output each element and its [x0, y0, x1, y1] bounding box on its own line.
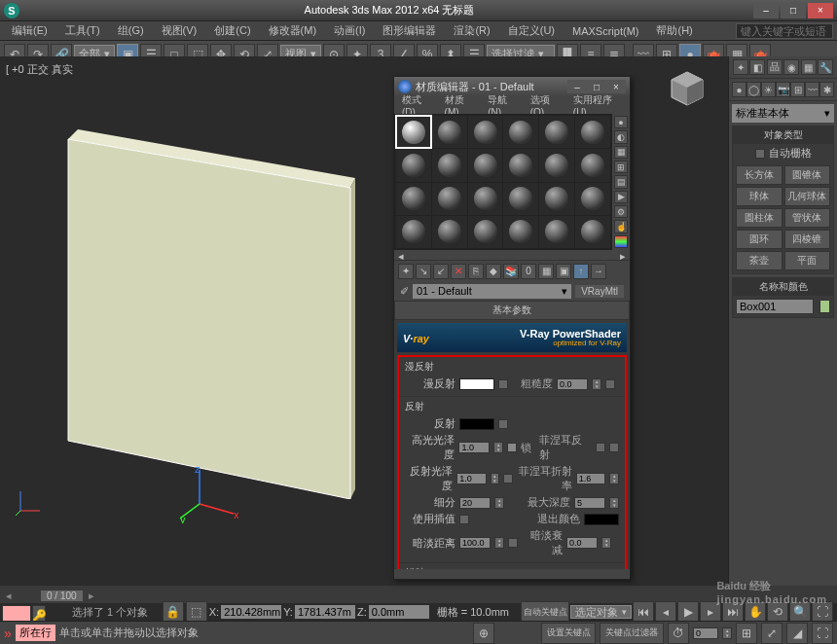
- menu-item-2[interactable]: 组(G): [110, 21, 152, 40]
- refl-subdiv-spinner[interactable]: 20: [459, 497, 491, 509]
- menu-item-1[interactable]: 工具(T): [57, 21, 108, 40]
- material-slot-14[interactable]: [468, 183, 503, 215]
- sample-uv-icon[interactable]: ⊞: [614, 161, 628, 173]
- pan-view-icon[interactable]: ✋: [745, 601, 766, 623]
- primitive-button[interactable]: 茶壶: [736, 251, 782, 270]
- diffuse-color-swatch[interactable]: [459, 378, 494, 390]
- motion-tab-icon[interactable]: ◉: [783, 59, 799, 75]
- play-icon[interactable]: ▶: [677, 601, 699, 623]
- menu-item-10[interactable]: MAXScript(M): [564, 23, 646, 39]
- material-slot-3[interactable]: [503, 116, 538, 148]
- primitive-button[interactable]: 圆环: [736, 230, 782, 249]
- dim-falloff-spinner[interactable]: 0.0: [566, 537, 598, 549]
- make-unique-icon[interactable]: ◆: [486, 264, 501, 279]
- put-to-lib-icon[interactable]: 📚: [503, 264, 519, 279]
- put-to-scene-icon[interactable]: ↘: [416, 264, 431, 279]
- auto-grid-checkbox[interactable]: [755, 149, 765, 159]
- time-config-icon[interactable]: ⏱: [668, 623, 689, 644]
- menu-item-8[interactable]: 渲染(R): [446, 21, 497, 40]
- material-slot-23[interactable]: [575, 216, 610, 248]
- helpers-cat-icon[interactable]: ⊞: [790, 82, 805, 97]
- orbit-view-icon[interactable]: ⟲: [767, 601, 788, 623]
- primitive-button[interactable]: 圆柱体: [736, 208, 782, 228]
- menu-item-7[interactable]: 图形编辑器: [375, 21, 444, 40]
- mat-map-nav-icon[interactable]: [614, 235, 628, 248]
- maximize-viewport-icon[interactable]: ⛶: [812, 601, 833, 623]
- material-slot-12[interactable]: [396, 183, 431, 215]
- primitive-button[interactable]: 四棱锥: [784, 230, 831, 249]
- coord-x-input[interactable]: 210.428mm: [221, 605, 281, 619]
- space-warps-cat-icon[interactable]: 〰: [805, 82, 819, 97]
- menu-item-3[interactable]: 视图(V): [154, 21, 205, 40]
- material-slot-19[interactable]: [432, 216, 467, 248]
- scroll-right-icon[interactable]: ▸: [620, 250, 626, 260]
- basic-params-header[interactable]: 基本参数: [394, 301, 630, 320]
- close-button[interactable]: ×: [808, 3, 833, 18]
- primitive-button[interactable]: 球体: [736, 187, 782, 206]
- fresnel-checkbox[interactable]: [596, 443, 605, 452]
- systems-cat-icon[interactable]: ✱: [819, 82, 834, 97]
- current-frame-spinner[interactable]: 0: [693, 627, 718, 639]
- modify-tab-icon[interactable]: ◧: [749, 59, 765, 75]
- key-filters-button[interactable]: 关键点过滤器: [600, 623, 664, 644]
- primitive-button[interactable]: 几何球体: [784, 187, 831, 206]
- roughness-spinner[interactable]: 0.0: [557, 378, 588, 390]
- time-prev-icon[interactable]: ◂: [6, 590, 12, 602]
- refl-maxdepth-spinner[interactable]: 5: [574, 497, 605, 509]
- name-color-header[interactable]: 名称和颜色: [733, 278, 833, 296]
- get-material-icon[interactable]: ✦: [398, 264, 414, 279]
- go-forward-icon[interactable]: →: [591, 264, 606, 279]
- material-slot-2[interactable]: [468, 116, 503, 148]
- material-slot-4[interactable]: [539, 116, 574, 148]
- viewport-label[interactable]: [ +0 正交 真实: [6, 62, 73, 77]
- sample-type-icon[interactable]: ●: [614, 116, 628, 128]
- reset-map-icon[interactable]: ✕: [451, 264, 466, 279]
- geometry-cat-icon[interactable]: ●: [732, 82, 746, 97]
- show-map-icon[interactable]: ▦: [538, 264, 554, 279]
- time-slider-marker[interactable]: 0 / 100: [41, 590, 83, 601]
- material-name-dropdown[interactable]: 01 - Default▾: [413, 284, 571, 299]
- material-type-button[interactable]: VRayMtl: [575, 285, 624, 298]
- primitive-button[interactable]: 长方体: [736, 165, 782, 185]
- minimize-button[interactable]: –: [753, 3, 779, 18]
- time-slider[interactable]: ◂ 0 / 100 ▸: [0, 588, 728, 603]
- object-color-swatch[interactable]: [819, 300, 830, 313]
- max-toggle-icon[interactable]: ⛶: [812, 623, 833, 644]
- coord-z-input[interactable]: 0.0mm: [369, 605, 429, 619]
- utilities-tab-icon[interactable]: 🔧: [818, 59, 833, 75]
- isolate-icon[interactable]: ⬚: [186, 601, 207, 623]
- backlight-icon[interactable]: ◐: [614, 130, 628, 143]
- goto-end-icon[interactable]: ⏭: [722, 601, 744, 623]
- time-next-icon[interactable]: ▸: [89, 590, 94, 602]
- transform-gizmo[interactable]: x z y: [180, 465, 238, 523]
- add-time-tag-icon[interactable]: ⊕: [473, 623, 494, 644]
- zoom-icon[interactable]: 🔍: [789, 601, 811, 623]
- mat-id-icon[interactable]: 0: [521, 264, 536, 279]
- help-search-input[interactable]: [736, 23, 833, 39]
- assign-to-sel-icon[interactable]: ↙: [433, 264, 449, 279]
- pick-material-icon[interactable]: ✐: [400, 285, 409, 298]
- material-slot-8[interactable]: [468, 149, 503, 181]
- material-slot-6[interactable]: [396, 149, 431, 181]
- diffuse-map-slot[interactable]: [498, 379, 508, 389]
- reflect-map-slot[interactable]: [498, 419, 508, 429]
- menu-item-0[interactable]: 编辑(E): [4, 21, 55, 40]
- prev-frame-icon[interactable]: ◂: [655, 601, 676, 623]
- select-by-mat-icon[interactable]: ☝: [614, 220, 628, 233]
- hilight-gloss-spinner[interactable]: 1.0: [458, 442, 490, 453]
- next-frame-icon[interactable]: ▸: [700, 601, 721, 623]
- object-type-header[interactable]: 对象类型: [733, 126, 833, 144]
- show-end-icon[interactable]: ▣: [556, 264, 571, 279]
- dim-dist-spinner[interactable]: 100.0: [459, 537, 491, 549]
- material-slot-20[interactable]: [468, 216, 503, 248]
- primitive-button[interactable]: 圆锥体: [784, 165, 831, 185]
- material-slot-1[interactable]: [432, 116, 467, 148]
- options-icon[interactable]: ⚙: [614, 205, 628, 218]
- fresnel-ior-spinner[interactable]: 1.6: [576, 473, 606, 484]
- menu-item-11[interactable]: 帮助(H): [648, 21, 700, 40]
- shapes-cat-icon[interactable]: ◯: [746, 82, 761, 97]
- lock-selection-icon[interactable]: 🔒: [163, 601, 184, 623]
- menu-item-5[interactable]: 修改器(M): [261, 21, 325, 40]
- menu-item-9[interactable]: 自定义(U): [500, 21, 563, 40]
- material-slot-13[interactable]: [432, 183, 467, 215]
